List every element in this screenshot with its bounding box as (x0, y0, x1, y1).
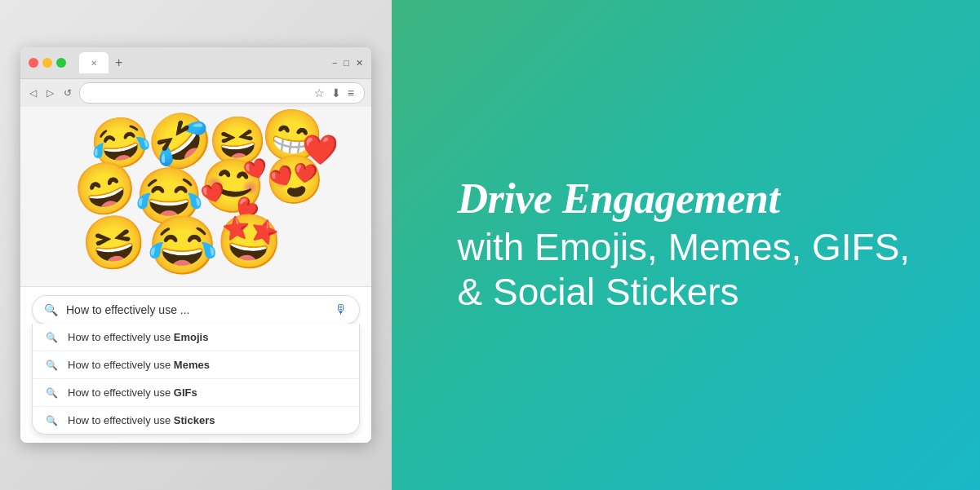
address-bar[interactable]: ☆ ⬇ ≡ (79, 82, 365, 104)
browser-titlebar: ✕ + − □ ✕ (20, 47, 371, 78)
traffic-lights (29, 58, 66, 68)
emoji-front-center: 😂 (147, 217, 218, 274)
suggestion-gifs[interactable]: 🔍 How to effectively use GIFs (33, 379, 359, 407)
minimize-traffic-light[interactable] (42, 58, 52, 68)
back-button[interactable]: ◁ (27, 86, 39, 100)
emoji-mid-right: 🥰 (197, 157, 268, 215)
suggestion-search-icon-4: 🔍 (46, 415, 58, 426)
microphone-icon[interactable]: 🎙 (335, 302, 348, 317)
browser-content: 😂 🤣 😆 😁 😄 😂 🥰 😍 😆 😂 🤩 ❤️ (20, 107, 371, 443)
google-search-bar[interactable]: 🔍 How to effectively use ... 🎙 (32, 295, 360, 324)
suggestion-search-icon-1: 🔍 (46, 332, 58, 343)
suggestion-search-icon-3: 🔍 (46, 387, 58, 399)
suggestion-text-emojis: How to effectively use Emojis (68, 331, 208, 343)
suggestion-stickers[interactable]: 🔍 How to effectively use Stickers (33, 407, 359, 434)
search-suggestions: 🔍 How to effectively use Emojis 🔍 How to… (32, 324, 360, 435)
suggestion-search-icon-2: 🔍 (46, 360, 58, 371)
suggestion-memes[interactable]: 🔍 How to effectively use Memes (33, 351, 359, 379)
maximize-button[interactable]: □ (344, 58, 349, 68)
bookmark-icon[interactable]: ☆ (314, 86, 325, 99)
emoji-accent-heart: ❤️ (302, 135, 339, 165)
emoji-pile: 😂 🤣 😆 😁 😄 😂 🥰 😍 😆 😂 🤩 ❤️ (65, 111, 326, 282)
search-area: 🔍 How to effectively use ... 🎙 🔍 How to … (20, 286, 371, 443)
tab-close-icon[interactable]: ✕ (91, 59, 97, 68)
reload-button[interactable]: ↺ (61, 86, 74, 100)
close-traffic-light[interactable] (29, 58, 38, 68)
window-controls: − □ ✕ (332, 58, 363, 68)
download-icon[interactable]: ⬇ (331, 86, 341, 99)
suggestion-text-gifs: How to effectively use GIFs (68, 386, 197, 399)
browser-chrome: ✕ + − □ ✕ ◁ ▷ ↺ ☆ ⬇ (20, 47, 371, 107)
emoji-front-left: 😆 (78, 213, 150, 274)
menu-icon[interactable]: ≡ (348, 86, 354, 99)
browser-addressbar: ◁ ▷ ↺ ☆ ⬇ ≡ (20, 78, 371, 107)
browser-window: ✕ + − □ ✕ ◁ ▷ ↺ ☆ ⬇ (20, 47, 371, 443)
suggestion-text-stickers: How to effectively use Stickers (68, 414, 215, 426)
close-button[interactable]: ✕ (356, 58, 363, 68)
address-icons: ☆ ⬇ ≡ (314, 86, 354, 99)
left-panel: ✕ + − □ ✕ ◁ ▷ ↺ ☆ ⬇ (0, 0, 392, 490)
new-tab-button[interactable]: + (110, 54, 127, 72)
emoji-image-area: 😂 🤣 😆 😁 😄 😂 🥰 😍 😆 😂 🤩 ❤️ (20, 107, 371, 286)
emoji-front-right: 🤩 (214, 213, 284, 271)
search-input-text: How to effectively use ... (66, 303, 326, 316)
right-panel: Drive Engagement with Emojis, Memes, GIF… (392, 0, 980, 490)
maximize-traffic-light[interactable] (56, 58, 66, 68)
right-content: Drive Engagement with Emojis, Memes, GIF… (458, 175, 915, 316)
forward-button[interactable]: ▷ (44, 86, 56, 100)
google-search-icon: 🔍 (44, 303, 58, 316)
main-heading: Drive Engagement (458, 175, 915, 222)
browser-tab[interactable]: ✕ (79, 52, 109, 73)
sub-heading: with Emojis, Memes, GIFS, & Social Stick… (458, 225, 915, 315)
minimize-button[interactable]: − (332, 58, 337, 68)
suggestion-text-memes: How to effectively use Memes (68, 359, 210, 371)
tab-area: ✕ + (79, 52, 127, 73)
suggestion-emojis[interactable]: 🔍 How to effectively use Emojis (33, 324, 359, 351)
